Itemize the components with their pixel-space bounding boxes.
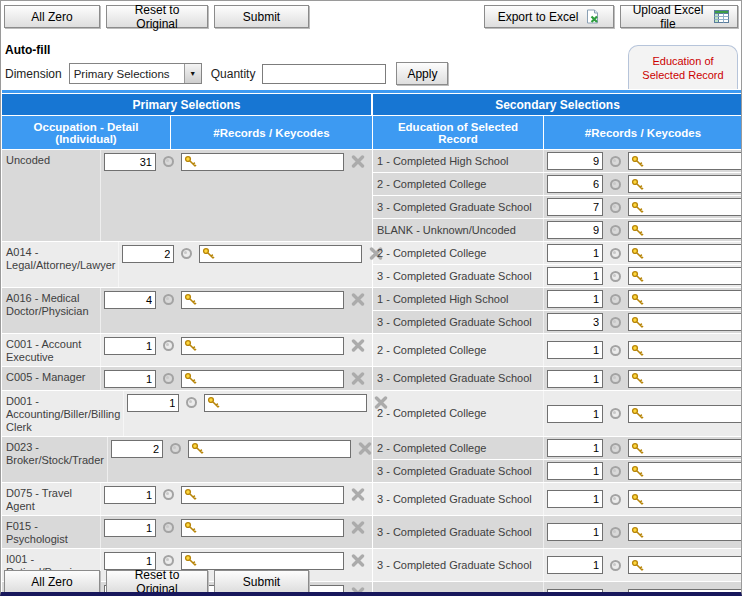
keycode-input[interactable] xyxy=(646,246,742,260)
keycode-field[interactable] xyxy=(628,175,742,193)
delete-icon[interactable] xyxy=(351,521,365,534)
keycode-field[interactable] xyxy=(181,291,344,309)
keycode-field[interactable] xyxy=(628,405,742,423)
records-count-input[interactable] xyxy=(122,245,174,263)
delete-icon[interactable] xyxy=(358,442,372,455)
refresh-icon[interactable] xyxy=(610,271,621,282)
keycode-input[interactable] xyxy=(646,464,742,478)
records-count-input[interactable] xyxy=(547,313,603,331)
records-count-input[interactable] xyxy=(547,439,603,457)
records-count-input[interactable] xyxy=(104,486,156,504)
keycode-field[interactable] xyxy=(188,440,351,458)
refresh-icon[interactable] xyxy=(163,555,174,566)
submit-button-bottom[interactable]: Submit xyxy=(214,570,309,593)
delete-icon[interactable] xyxy=(351,339,365,352)
records-count-input[interactable] xyxy=(547,370,603,388)
records-count-input[interactable] xyxy=(547,244,603,262)
keycode-input[interactable] xyxy=(199,155,341,169)
refresh-icon[interactable] xyxy=(610,408,621,419)
keycode-field[interactable] xyxy=(181,519,344,537)
submit-button[interactable]: Submit xyxy=(214,5,309,28)
keycode-field[interactable] xyxy=(628,523,742,541)
keycode-field[interactable] xyxy=(628,152,742,170)
keycode-input[interactable] xyxy=(199,372,341,386)
records-count-input[interactable] xyxy=(104,291,156,309)
keycode-input[interactable] xyxy=(646,177,742,191)
keycode-input[interactable] xyxy=(646,343,742,357)
keycode-input[interactable] xyxy=(646,525,742,539)
keycode-field[interactable] xyxy=(181,486,344,504)
keycode-field[interactable] xyxy=(628,462,742,480)
refresh-icon[interactable] xyxy=(163,340,174,351)
refresh-icon[interactable] xyxy=(610,294,621,305)
upload-excel-file-button[interactable]: Upload Excel file xyxy=(620,5,738,28)
keycode-input[interactable] xyxy=(199,488,341,502)
keycode-input[interactable] xyxy=(199,293,341,307)
refresh-icon[interactable] xyxy=(170,443,181,454)
keycode-field[interactable] xyxy=(628,290,742,308)
keycode-field[interactable] xyxy=(199,245,362,263)
keycode-field[interactable] xyxy=(628,370,742,388)
keycode-field[interactable] xyxy=(628,198,742,216)
records-count-input[interactable] xyxy=(547,462,603,480)
quantity-input[interactable] xyxy=(262,64,386,84)
refresh-icon[interactable] xyxy=(163,294,174,305)
refresh-icon[interactable] xyxy=(181,248,192,259)
reset-to-original-button[interactable]: Reset to Original xyxy=(106,5,208,28)
keycode-input[interactable] xyxy=(646,315,742,329)
records-count-input[interactable] xyxy=(111,440,163,458)
refresh-icon[interactable] xyxy=(610,317,621,328)
keycode-field[interactable] xyxy=(628,221,742,239)
keycode-field[interactable] xyxy=(628,341,742,359)
refresh-icon[interactable] xyxy=(610,560,621,571)
keycode-field[interactable] xyxy=(628,244,742,262)
refresh-icon[interactable] xyxy=(610,593,621,596)
keycode-input[interactable] xyxy=(222,396,364,410)
keycode-field[interactable] xyxy=(628,490,742,508)
keycode-field[interactable] xyxy=(204,394,367,412)
keycode-input[interactable] xyxy=(646,492,742,506)
refresh-icon[interactable] xyxy=(163,156,174,167)
refresh-icon[interactable] xyxy=(163,489,174,500)
delete-icon[interactable] xyxy=(351,488,365,501)
dimension-select[interactable]: Primary Selections ▼ xyxy=(69,63,202,84)
export-to-excel-button[interactable]: Export to Excel xyxy=(484,5,614,28)
records-count-input[interactable] xyxy=(547,341,603,359)
refresh-icon[interactable] xyxy=(186,397,197,408)
delete-icon[interactable] xyxy=(351,554,365,567)
delete-icon[interactable] xyxy=(351,293,365,306)
keycode-input[interactable] xyxy=(646,223,742,237)
keycode-input[interactable] xyxy=(646,407,742,421)
refresh-icon[interactable] xyxy=(610,156,621,167)
refresh-icon[interactable] xyxy=(610,225,621,236)
keycode-field[interactable] xyxy=(628,313,742,331)
refresh-icon[interactable] xyxy=(610,202,621,213)
keycode-input[interactable] xyxy=(646,269,742,283)
refresh-icon[interactable] xyxy=(610,179,621,190)
apply-button[interactable]: Apply xyxy=(396,62,448,85)
tab-education-of-selected-record[interactable]: Education of Selected Record xyxy=(628,45,738,89)
keycode-input[interactable] xyxy=(646,372,742,386)
refresh-icon[interactable] xyxy=(610,373,621,384)
keycode-field[interactable] xyxy=(181,337,344,355)
keycode-input[interactable] xyxy=(199,339,341,353)
records-count-input[interactable] xyxy=(547,198,603,216)
keycode-input[interactable] xyxy=(646,441,742,455)
refresh-icon[interactable] xyxy=(163,373,174,384)
all-zero-button[interactable]: All Zero xyxy=(4,5,100,28)
refresh-icon[interactable] xyxy=(610,248,621,259)
keycode-input[interactable] xyxy=(206,442,348,456)
records-count-input[interactable] xyxy=(127,394,179,412)
refresh-icon[interactable] xyxy=(610,466,621,477)
keycode-input[interactable] xyxy=(646,154,742,168)
keycode-input[interactable] xyxy=(217,247,359,261)
refresh-icon[interactable] xyxy=(610,494,621,505)
records-count-input[interactable] xyxy=(104,337,156,355)
refresh-icon[interactable] xyxy=(610,443,621,454)
records-count-input[interactable] xyxy=(547,523,603,541)
keycode-field[interactable] xyxy=(181,552,344,570)
keycode-field[interactable] xyxy=(181,370,344,388)
all-zero-button-bottom[interactable]: All Zero xyxy=(4,570,100,593)
records-count-input[interactable] xyxy=(547,221,603,239)
keycode-input[interactable] xyxy=(646,292,742,306)
